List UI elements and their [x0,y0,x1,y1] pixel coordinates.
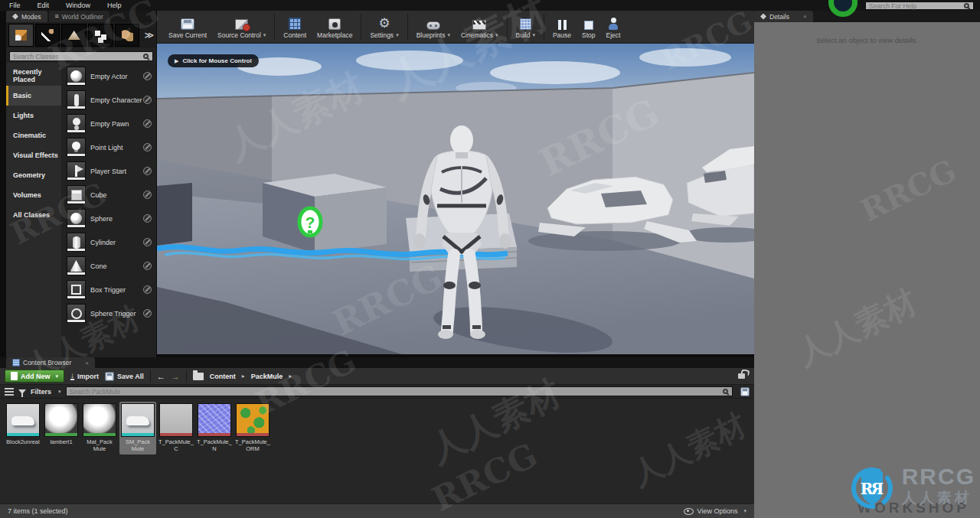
drag-handle-icon[interactable] [143,238,152,246]
drag-handle-icon[interactable] [143,262,152,270]
save-search-icon[interactable] [740,387,750,396]
drag-handle-icon[interactable] [143,72,152,80]
modes-body: Recently Placed Basic Lights Cinematic V… [6,63,156,364]
rrcg-logo: R R RRCG 人人素材 [848,463,975,510]
breadcrumb-separator-icon: ▸ [242,373,245,380]
mode-paint-button[interactable] [35,24,60,47]
pause-button[interactable]: Pause [547,11,577,42]
close-icon[interactable]: × [803,13,807,20]
chevron-down-icon: ▾ [263,32,266,38]
list-item-empty-pawn[interactable]: Empty Pawn [61,112,156,135]
eject-button[interactable]: Eject [601,11,626,42]
point-light-icon [67,138,86,157]
tab-details[interactable]: Details × [754,11,813,22]
asset-tile-lambert1[interactable]: lambert1 [43,402,80,447]
drag-handle-icon[interactable] [143,191,152,199]
add-new-button[interactable]: Add New ▾ [5,370,64,383]
gray-block [263,174,387,253]
cylinder-icon [67,233,86,252]
list-item-sphere-trigger[interactable]: Sphere Trigger [61,301,156,325]
cinematics-button[interactable]: Cinematics▾ [456,11,504,42]
list-item-cylinder[interactable]: Cylinder [61,230,156,254]
drag-handle-icon[interactable] [143,214,152,223]
breadcrumb-packmule[interactable]: PackMule [251,373,283,380]
drag-handle-icon[interactable] [143,167,152,175]
list-item-empty-actor[interactable]: Empty Actor [61,64,156,88]
asset-tile-sm-packmule-selected[interactable]: SM_Pack Mule [119,402,156,454]
tab-content-browser[interactable]: Content Browser × [6,357,95,368]
import-button[interactable]: ↓ Import [70,373,99,380]
breadcrumb-content[interactable]: Content [210,373,236,380]
drag-handle-icon[interactable] [143,96,152,104]
mode-foliage-button[interactable] [115,24,140,47]
build-button[interactable]: Build▾ [511,11,541,42]
close-icon[interactable]: × [85,360,89,367]
category-geometry[interactable]: Geometry [6,165,61,185]
category-volumes[interactable]: Volumes [6,185,61,205]
list-item-box-trigger[interactable]: Box Trigger [61,278,156,301]
save-all-button[interactable]: Save All [105,372,144,381]
asset-tile-t-packmule-n[interactable]: T_PackMule_N [196,402,233,454]
help-search-input[interactable] [866,2,964,10]
blueprints-button[interactable]: Blueprints▾ [411,11,456,42]
save-icon [105,372,114,381]
category-basic[interactable]: Basic [6,86,61,106]
divider [407,14,408,40]
level-viewport[interactable]: ? [157,44,754,354]
mode-landscape-button[interactable] [61,24,87,47]
asset-tile-t-packmule-orm[interactable]: T_PackMule_ORM [234,402,271,454]
drag-handle-icon[interactable] [143,119,152,128]
mode-place-button[interactable] [8,24,34,47]
paint-mode-icon [41,29,54,41]
chevron-expand-icon[interactable]: ≫ [144,30,154,41]
category-visual-effects[interactable]: Visual Effects [6,145,61,165]
back-arrow-icon[interactable]: ← [157,372,165,381]
stop-button[interactable]: Stop [577,11,601,42]
mouse-control-banner[interactable]: ▶ Click for Mouse Control [168,54,259,67]
foliage-mode-icon [122,30,133,41]
list-item-player-start[interactable]: Player Start [61,159,156,183]
unreal-editor-window: File Edit Window Help Modes ≡ World Outl… [0,0,980,518]
category-cinematic[interactable]: Cinematic [6,125,61,145]
sources-panel-icon[interactable] [5,388,14,396]
mode-geometry-button[interactable] [88,24,113,47]
settings-button[interactable]: ⚙Settings▾ [364,11,403,42]
menu-help[interactable]: Help [107,2,122,9]
view-options-button[interactable]: View Options ▾ [684,507,746,515]
logo-title: RRCG [902,465,975,488]
menu-edit[interactable]: Edit [38,2,50,9]
asset-tile-t-packmule-c[interactable]: T_PackMule_C [158,402,194,454]
divider [361,14,361,40]
category-all-classes[interactable]: All Classes [6,205,61,225]
lock-icon[interactable] [738,373,745,379]
list-item-point-light[interactable]: Point Light [61,135,156,159]
forward-arrow-icon[interactable]: → [172,372,180,381]
save-current-button[interactable]: Save Current [163,11,212,42]
content-button[interactable]: Content [278,11,312,42]
list-item-cube[interactable]: Cube [61,183,156,207]
list-item-sphere[interactable]: Sphere [61,207,156,230]
classes-search-input[interactable] [10,53,143,60]
list-item-cone[interactable]: Cone [61,254,156,278]
asset-tile-mat-packmule[interactable]: Mat_Pack Mule [81,402,118,454]
drag-handle-icon[interactable] [143,309,152,318]
filters-button[interactable]: Filters [31,388,51,396]
category-recently-placed[interactable]: Recently Placed [6,66,61,86]
marketplace-button[interactable]: Marketplace [312,11,358,42]
category-lights[interactable]: Lights [6,106,61,125]
menu-file[interactable]: File [9,2,21,9]
list-item-empty-character[interactable]: Empty Character [61,88,156,112]
content-browser-statusbar: 7 items (1 selected) View Options ▾ [0,503,754,518]
drag-handle-icon[interactable] [143,143,152,151]
asset-search-input[interactable] [67,388,723,396]
asset-tile-block2unreal[interactable]: Block2unreal [5,402,41,447]
drag-handle-icon[interactable] [143,285,152,294]
tab-modes[interactable]: Modes [6,11,47,22]
source-control-button[interactable]: Source Control▾ [212,11,271,42]
menu-window[interactable]: Window [66,2,90,9]
eye-icon [684,508,694,515]
geometry-mode-icon [95,31,100,36]
texture-thumbnail [159,403,193,437]
empty-actor-icon [67,67,86,86]
tab-world-outliner[interactable]: ≡ World Outliner [49,11,109,22]
